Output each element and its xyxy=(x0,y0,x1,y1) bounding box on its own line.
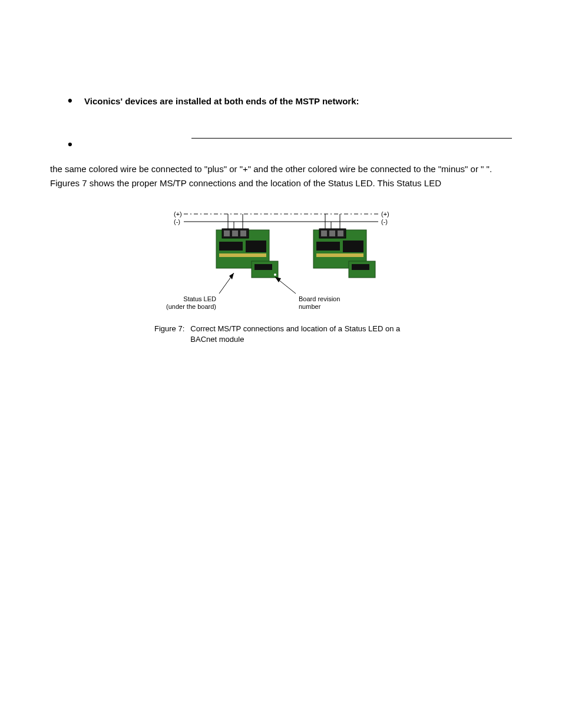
minus-label-right: (-) xyxy=(381,218,388,225)
svg-rect-8 xyxy=(246,241,266,252)
figure-7: (+) (-) (+) (-) xyxy=(50,205,512,345)
svg-rect-9 xyxy=(219,253,266,257)
svg-rect-7 xyxy=(219,242,243,251)
svg-rect-15 xyxy=(321,230,327,236)
board-rev-label-2: number xyxy=(299,303,321,310)
svg-marker-26 xyxy=(275,277,281,282)
figure-caption-label: Figure 7: xyxy=(154,324,190,345)
figure-caption: Figure 7: Correct MS/TP connections and … xyxy=(154,324,408,345)
svg-rect-20 xyxy=(316,253,363,257)
svg-rect-6 xyxy=(240,230,246,236)
minus-label-left: (-) xyxy=(174,218,180,225)
svg-rect-19 xyxy=(343,241,363,252)
horizontal-rule xyxy=(191,138,512,139)
svg-rect-22 xyxy=(352,264,369,270)
pcb-module-left xyxy=(216,229,278,278)
svg-rect-16 xyxy=(329,230,335,236)
svg-rect-4 xyxy=(224,230,230,236)
body-paragraph: the same colored wire be connected to "p… xyxy=(50,162,512,190)
plus-label-right: (+) xyxy=(381,210,389,218)
plus-label-left: (+) xyxy=(174,210,182,218)
status-led-label-1: Status LED xyxy=(183,295,216,302)
svg-point-12 xyxy=(274,274,276,276)
board-rev-label-1: Board revision xyxy=(299,295,340,302)
svg-rect-17 xyxy=(338,230,343,236)
svg-rect-18 xyxy=(316,242,340,251)
document-page: Viconics' devices are installed at both … xyxy=(0,0,562,728)
svg-rect-11 xyxy=(254,264,272,270)
bullet-list: Viconics' devices are installed at both … xyxy=(68,94,512,108)
status-led-label-2: (under the board) xyxy=(166,303,216,310)
svg-rect-5 xyxy=(232,230,238,236)
wiring-diagram: (+) (-) (+) (-) xyxy=(163,205,399,314)
figure-caption-text: Correct MS/TP connections and location o… xyxy=(190,324,408,345)
bullet-item-1: Viconics' devices are installed at both … xyxy=(68,94,512,108)
bullet-item-1-text: Viconics' devices are installed at both … xyxy=(84,96,359,106)
pcb-module-right xyxy=(313,229,375,278)
